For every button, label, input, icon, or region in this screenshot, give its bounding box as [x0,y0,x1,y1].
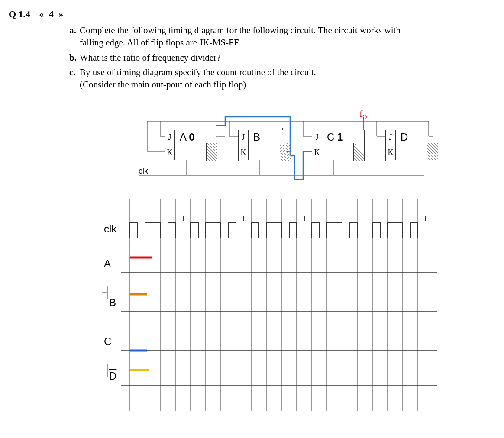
ff-d-k: K [386,145,396,160]
circuit-diagram: J K A 0 J K B J K C 1 J K D clk fO [87,113,455,190]
clk-label: clk [139,167,148,176]
timing-diagram: clk A B C D [61,199,450,415]
ff-a-j: J [165,130,175,145]
nav-next[interactable]: » [58,9,63,19]
flipflop-a: J K A 0 [165,130,217,161]
ff-b-label: B [253,131,260,143]
ff-b-output [280,143,291,161]
flipflop-d: J K D [385,130,438,161]
flipflop-b: J K B [238,130,291,161]
ff-c-k: K [312,145,322,160]
part-c: c. By use of timing diagram specify the … [69,66,495,91]
ff-c-label: C 1 [327,131,343,143]
ff-d-label: D [401,131,408,143]
timing-svg [61,199,450,415]
ff-b-j: J [239,130,249,145]
nav-prev[interactable]: « [39,9,44,19]
question-header: Q 1.4 « 4 » [9,9,495,20]
nav-number: 4 [49,9,54,19]
part-c-label: c. [69,66,80,91]
ff-d-output [427,143,438,161]
ff-a-k: K [165,145,175,160]
ff-d-j: J [386,130,396,145]
part-a: a. Complete the following timing diagram… [69,24,495,49]
timing-label-a: A [104,258,111,270]
part-a-label: a. [69,24,80,49]
part-b-text: What is the ratio of frequency divider? [80,52,220,64]
part-c-text: By use of timing diagram specify the cou… [80,66,316,91]
fo-label: fO [359,108,367,121]
ff-a-output [206,143,217,161]
question-body: a. Complete the following timing diagram… [69,24,495,91]
timing-label-clk: clk [104,223,116,235]
flipflop-c: J K C 1 [312,130,365,161]
question-number: Q 1.4 [9,9,30,20]
ff-c-j: J [312,130,322,145]
part-a-text: Complete the following timing diagram fo… [80,24,401,49]
timing-label-d: D [109,370,116,382]
ff-a-label: A 0 [180,131,195,143]
part-b-label: b. [69,52,80,64]
clk-waveform [130,223,433,238]
ff-c-output [353,143,364,161]
part-b: b. What is the ratio of frequency divide… [69,52,495,64]
timing-label-c: C [104,335,111,348]
timing-label-b: B [109,296,116,309]
ff-b-k: K [239,145,249,160]
question-nav: « 4 » [39,9,63,20]
